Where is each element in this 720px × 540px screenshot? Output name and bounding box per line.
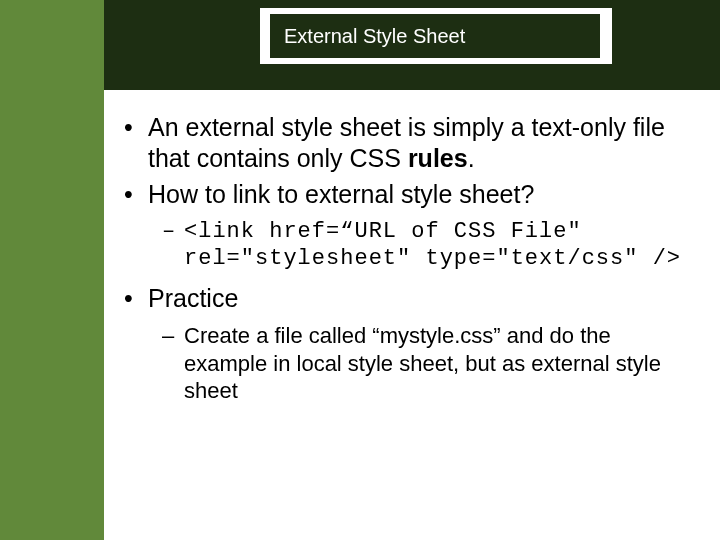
sub-bullet-list: Create a file called “mystyle.css” and d… [162, 322, 690, 405]
sub-bullet-item: Create a file called “mystyle.css” and d… [162, 322, 690, 405]
bullet-text: How to link to external style sheet? [148, 180, 534, 208]
bullet-item: How to link to external style sheet? <li… [124, 179, 690, 273]
bullet-text: Practice [148, 284, 238, 312]
sub-bullet-list: <link href=“URL of CSS File" rel="styles… [162, 218, 690, 273]
slide-title: External Style Sheet [270, 14, 600, 58]
bullet-text: . [468, 144, 475, 172]
content-area: An external style sheet is simply a text… [124, 112, 690, 415]
sidebar-accent [0, 0, 104, 540]
code-snippet: <link href=“URL of CSS File" rel="styles… [162, 218, 690, 273]
bullet-text: An external style sheet is simply a text… [148, 113, 665, 172]
slide: External Style Sheet An external style s… [0, 0, 720, 540]
bullet-item: Practice Create a file called “mystyle.c… [124, 283, 690, 405]
bullet-list: An external style sheet is simply a text… [124, 112, 690, 405]
bullet-text-bold: rules [408, 144, 468, 172]
bullet-item: An external style sheet is simply a text… [124, 112, 690, 175]
